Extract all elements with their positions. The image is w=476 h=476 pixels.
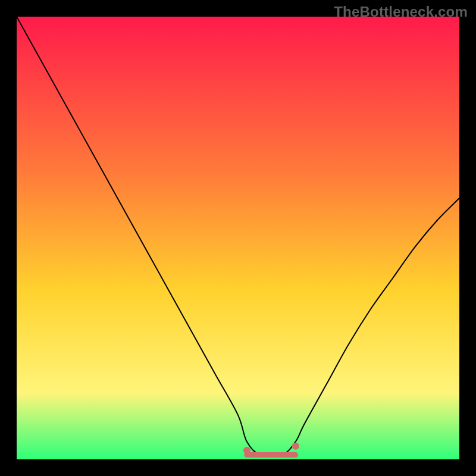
gradient-background [17,17,459,459]
app-frame: TheBottleneck.com [0,0,476,476]
curve-marker-left [243,447,250,454]
bottleneck-chart [17,17,459,459]
chart-area [17,17,459,459]
curve-marker-right [292,443,299,450]
watermark-text: TheBottleneck.com [334,4,468,20]
